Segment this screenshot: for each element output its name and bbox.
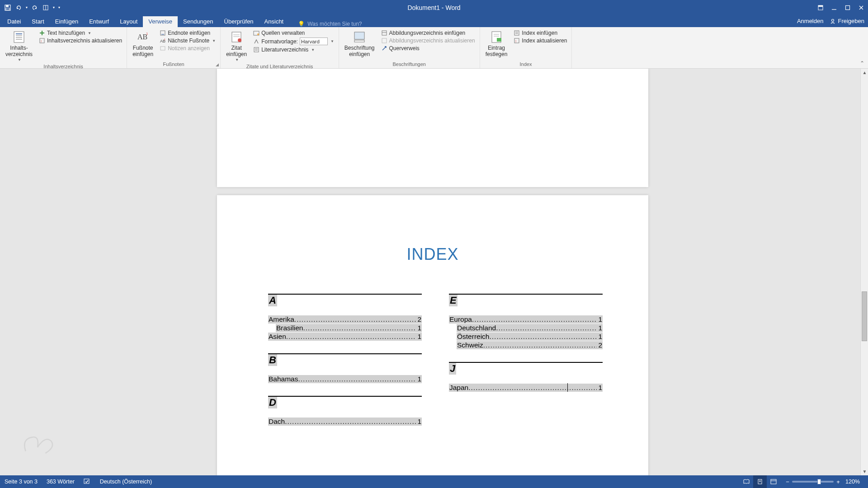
group-label: Index bbox=[483, 61, 569, 68]
svg-text:!: ! bbox=[515, 39, 516, 43]
insert-caption-button[interactable]: Beschriftung einfügen bbox=[342, 29, 377, 59]
index-entry: Amerika.................................… bbox=[268, 315, 422, 324]
mark-entry-icon bbox=[490, 30, 503, 44]
touch-mode-icon[interactable] bbox=[41, 3, 51, 13]
collapse-ribbon-icon[interactable]: ⌃ bbox=[860, 60, 864, 66]
save-icon[interactable] bbox=[3, 3, 13, 13]
index-body: AAmerika................................… bbox=[268, 292, 597, 426]
scroll-up-icon[interactable]: ▲ bbox=[861, 69, 868, 76]
table-figures-icon bbox=[381, 30, 387, 36]
entry-page: 1 bbox=[597, 384, 602, 392]
tab-insert[interactable]: Einfügen bbox=[50, 16, 84, 27]
entry-label: Europa bbox=[449, 315, 472, 324]
ribbon-group-toc: Inhalts- verzeichnis ▼ Text hinzufügen▼ … bbox=[0, 27, 127, 68]
index-column-left: AAmerika................................… bbox=[268, 292, 422, 426]
svg-point-11 bbox=[832, 19, 834, 21]
update-toc-icon: ! bbox=[39, 38, 45, 44]
manage-sources-button[interactable]: Quellen verwalten bbox=[251, 29, 336, 37]
insert-index-button[interactable]: Index einfügen bbox=[512, 29, 569, 37]
insert-citation-button[interactable]: Zitat einfügen ▼ bbox=[223, 29, 250, 63]
tab-file[interactable]: Datei bbox=[2, 16, 26, 27]
quick-access-toolbar: ▼ ▼ ▼ bbox=[0, 3, 61, 13]
dialog-launcher-icon[interactable]: ◢ bbox=[216, 62, 219, 67]
entry-leader: ........................................… bbox=[303, 324, 416, 332]
update-index-button[interactable]: ! Index aktualisieren bbox=[512, 37, 569, 44]
maximize-icon[interactable] bbox=[841, 0, 854, 15]
toc-button[interactable]: Inhalts- verzeichnis ▼ bbox=[3, 29, 35, 63]
status-bar: Seite 3 von 3 363 Wörter Deutsch (Österr… bbox=[0, 475, 868, 488]
share-button[interactable]: Freigeben bbox=[830, 18, 864, 24]
ribbon-display-icon[interactable] bbox=[814, 0, 827, 15]
zoom-out-button[interactable]: − bbox=[784, 478, 791, 485]
close-icon[interactable] bbox=[854, 0, 868, 15]
minimize-icon[interactable] bbox=[827, 0, 841, 15]
insert-endnote-button[interactable]: Endnote einfügen bbox=[158, 29, 217, 37]
tab-view[interactable]: Ansicht bbox=[259, 16, 289, 27]
document-page[interactable]: INDEX AAmerika..........................… bbox=[217, 195, 648, 475]
zoom-percent[interactable]: 120% bbox=[843, 479, 864, 485]
zoom-slider-handle[interactable] bbox=[817, 479, 821, 484]
update-toc-button[interactable]: ! Inhaltsverzeichnis aktualisieren bbox=[37, 37, 124, 44]
tab-references[interactable]: Verweise bbox=[143, 16, 178, 27]
scroll-down-icon[interactable]: ▼ bbox=[861, 468, 868, 475]
status-page[interactable]: Seite 3 von 3 bbox=[0, 479, 42, 485]
svg-rect-2 bbox=[6, 8, 9, 10]
svg-rect-39 bbox=[382, 31, 387, 35]
tell-me-search[interactable]: 💡 Was möchten Sie tun? bbox=[298, 21, 362, 27]
web-layout-icon[interactable] bbox=[767, 475, 780, 488]
mark-entry-button[interactable]: Eintrag festlegen bbox=[483, 29, 510, 59]
citation-style-input[interactable] bbox=[300, 38, 328, 45]
index-entry: Bahamas.................................… bbox=[268, 375, 422, 383]
vertical-scrollbar[interactable]: ▲ ▼ bbox=[860, 69, 868, 475]
tab-layout[interactable]: Layout bbox=[114, 16, 143, 27]
manage-sources-icon bbox=[253, 30, 259, 36]
print-layout-icon[interactable] bbox=[753, 475, 767, 488]
svg-text:1: 1 bbox=[164, 38, 165, 41]
status-language[interactable]: Deutsch (Österreich) bbox=[95, 479, 156, 485]
chevron-down-icon: ▼ bbox=[311, 48, 315, 52]
entry-page: 1 bbox=[416, 418, 421, 426]
bibliography-button[interactable]: Literaturverzeichnis▼ bbox=[251, 46, 336, 53]
ribbon: Inhalts- verzeichnis ▼ Text hinzufügen▼ … bbox=[0, 27, 868, 69]
entry-label: Österreich bbox=[457, 333, 490, 341]
index-section: BBahamas................................… bbox=[268, 353, 422, 383]
entry-page: 1 bbox=[597, 333, 602, 341]
undo-dropdown-icon[interactable]: ▼ bbox=[24, 3, 29, 13]
zoom-in-button[interactable]: + bbox=[835, 478, 842, 485]
index-entry: Europa..................................… bbox=[449, 315, 603, 324]
redo-icon[interactable] bbox=[30, 3, 40, 13]
tab-review[interactable]: Überprüfen bbox=[219, 16, 259, 27]
qat-customize-icon[interactable]: ▼ bbox=[57, 3, 61, 13]
index-letter: E bbox=[449, 295, 458, 306]
entry-leader: ........................................… bbox=[286, 333, 416, 341]
insert-footnote-button[interactable]: AB1 Fußnote einfügen bbox=[130, 29, 156, 59]
scrollbar-thumb[interactable] bbox=[862, 291, 867, 341]
tab-design[interactable]: Entwurf bbox=[84, 16, 114, 27]
svg-rect-6 bbox=[818, 5, 823, 7]
entry-leader: ........................................… bbox=[496, 324, 597, 332]
touch-dropdown-icon[interactable]: ▼ bbox=[52, 3, 56, 13]
citation-style-select[interactable]: Formatvorlage: ▼ bbox=[251, 37, 336, 46]
svg-text:1: 1 bbox=[146, 32, 148, 36]
zoom-slider[interactable] bbox=[792, 481, 834, 483]
insert-table-figures-button[interactable]: Abbildungsverzeichnis einfügen bbox=[379, 29, 477, 37]
share-icon bbox=[830, 18, 836, 24]
svg-rect-41 bbox=[382, 38, 387, 43]
svg-rect-37 bbox=[354, 32, 364, 39]
sign-in-link[interactable]: Anmelden bbox=[797, 18, 824, 24]
document-area[interactable]: INDEX AAmerika..........................… bbox=[0, 69, 868, 475]
read-mode-icon[interactable] bbox=[740, 475, 753, 488]
next-footnote-button[interactable]: AB1 Nächste Fußnote▼ bbox=[158, 37, 217, 44]
scrollbar-track[interactable] bbox=[861, 76, 868, 468]
window-title: Dokument1 - Word bbox=[407, 4, 460, 11]
entry-label: Japan bbox=[449, 384, 468, 392]
add-text-button[interactable]: Text hinzufügen▼ bbox=[37, 29, 124, 37]
entry-page: 2 bbox=[597, 341, 602, 349]
tab-start[interactable]: Start bbox=[26, 16, 49, 27]
cross-reference-button[interactable]: Querverweis bbox=[379, 45, 477, 52]
tab-mailings[interactable]: Sendungen bbox=[178, 16, 219, 27]
undo-icon[interactable] bbox=[14, 3, 24, 13]
status-word-count[interactable]: 363 Wörter bbox=[42, 479, 79, 485]
status-spellcheck-icon[interactable] bbox=[79, 478, 95, 486]
index-letter: A bbox=[268, 295, 277, 306]
